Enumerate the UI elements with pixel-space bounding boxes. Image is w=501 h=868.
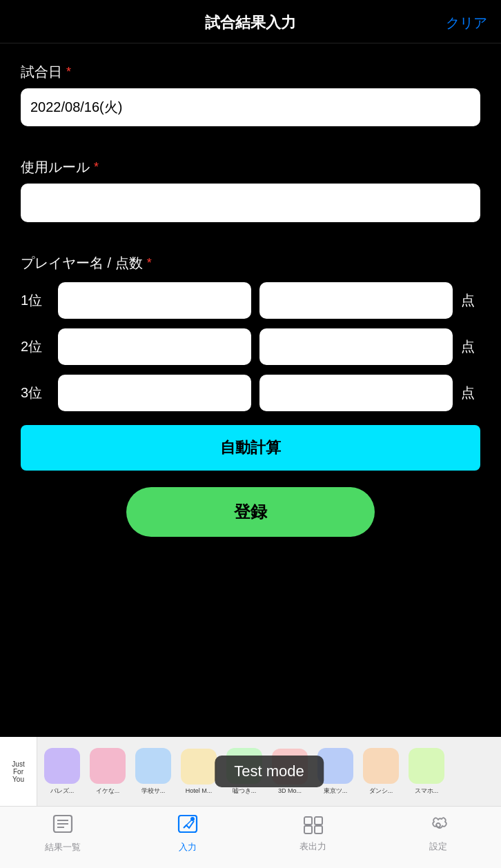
tab-settings[interactable]: 設定 <box>376 813 502 854</box>
rank-1-label: 1位 <box>21 291 50 310</box>
match-date-section: 試合日 * <box>21 63 480 144</box>
rules-input[interactable] <box>21 184 480 222</box>
required-star-date: * <box>66 65 71 79</box>
score-unit-2: 点 <box>461 337 480 356</box>
page-title: 試合結果入力 <box>205 12 296 33</box>
tab-bar: 結果一覧 入力 表出力 <box>0 806 501 868</box>
player-row-1: 1位 点 <box>21 282 480 319</box>
svg-rect-7 <box>315 817 322 825</box>
ad-app-6[interactable]: 3D Mo... <box>269 749 311 794</box>
player-3-score-input[interactable] <box>259 375 453 411</box>
tab-export[interactable]: 表出力 <box>250 813 376 854</box>
tab-input-label: 入力 <box>179 841 197 854</box>
header: 試合結果入力 クリア <box>0 0 501 43</box>
ad-app-8[interactable]: ダンシ... <box>360 748 402 796</box>
svg-rect-6 <box>304 817 312 825</box>
player-1-score-input[interactable] <box>259 282 453 319</box>
ad-banner: Just For You バレズ... イケな... 学校サ... Hotel … <box>0 737 501 806</box>
player-row-2: 2位 点 <box>21 328 480 365</box>
players-label: プレイヤー名 / 点数 * <box>21 254 480 273</box>
ad-app-3[interactable]: 学校サ... <box>132 748 174 796</box>
tab-settings-label: 設定 <box>429 840 447 853</box>
tab-results-icon <box>52 814 73 838</box>
svg-rect-8 <box>304 826 312 834</box>
rules-label: 使用ルール * <box>21 158 480 177</box>
main-content: 試合日 * 使用ルール * プレイヤー名 / 点数 * 1位 点 2位 <box>0 43 501 737</box>
clear-button[interactable]: クリア <box>446 14 487 32</box>
ad-app-1[interactable]: バレズ... <box>41 748 83 796</box>
tab-input[interactable]: 入力 <box>126 813 251 854</box>
score-unit-3: 点 <box>461 384 480 402</box>
players-section: プレイヤー名 / 点数 * 1位 点 2位 点 3位 点 <box>21 254 480 411</box>
player-2-score-input[interactable] <box>259 328 453 365</box>
ad-app-2[interactable]: イケな... <box>87 748 128 796</box>
ad-app-5[interactable]: 嘘つき... <box>224 748 265 796</box>
auto-calc-button[interactable]: 自動計算 <box>21 425 480 471</box>
just-for-you-label: Just For You <box>0 737 37 806</box>
rules-section: 使用ルール * <box>21 158 480 240</box>
rank-3-label: 3位 <box>21 384 50 402</box>
score-unit-1: 点 <box>461 291 480 310</box>
tab-results-label: 結果一覧 <box>45 841 81 854</box>
ad-app-7[interactable]: 東京ツ... <box>315 748 356 796</box>
match-date-label: 試合日 * <box>21 63 480 81</box>
tab-export-icon <box>303 816 324 838</box>
player-row-3: 3位 点 <box>21 375 480 411</box>
register-button[interactable]: 登録 <box>126 487 375 537</box>
tab-settings-icon <box>428 816 449 838</box>
rank-2-label: 2位 <box>21 337 50 356</box>
player-1-name-input[interactable] <box>58 282 251 319</box>
ad-app-4[interactable]: Hotel M... <box>178 749 219 794</box>
tab-export-label: 表出力 <box>299 840 326 853</box>
ad-apps-container: バレズ... イケな... 学校サ... Hotel M... 嘘つき... 3… <box>37 737 501 806</box>
required-star-players: * <box>147 256 152 270</box>
match-date-input[interactable] <box>21 88 480 126</box>
player-3-name-input[interactable] <box>58 375 251 411</box>
svg-rect-9 <box>315 826 322 834</box>
tab-results[interactable]: 結果一覧 <box>0 813 126 854</box>
ad-app-9[interactable]: スマホ... <box>406 748 447 796</box>
player-2-name-input[interactable] <box>58 328 251 365</box>
tab-input-icon <box>177 814 198 838</box>
required-star-rules: * <box>94 160 99 175</box>
